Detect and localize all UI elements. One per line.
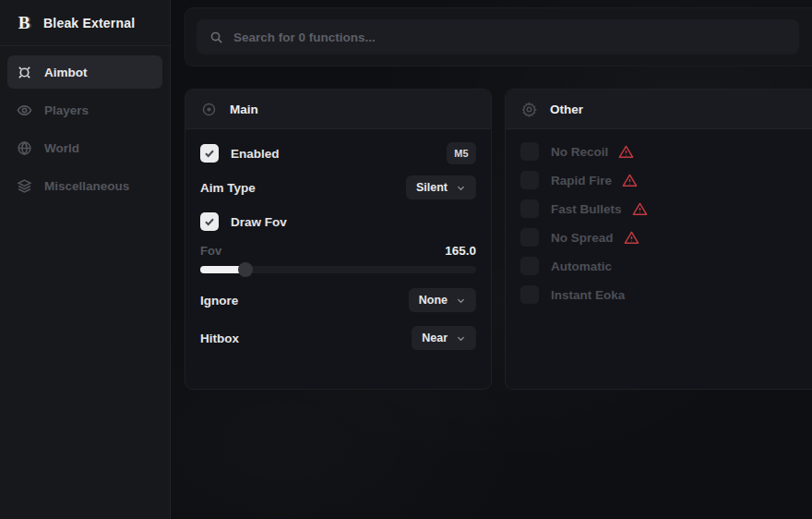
chevron-down-icon [456, 296, 466, 306]
panels-row: Main Enabled M5 Aim Type Silent [185, 89, 812, 390]
aim-type-dropdown[interactable]: Silent [406, 175, 476, 199]
gear-icon [521, 102, 537, 117]
search-container [185, 7, 812, 66]
warning-icon [618, 144, 634, 160]
no-recoil-checkbox[interactable] [520, 142, 539, 161]
sidebar-nav: Aimbot Players World Miscellaneous [0, 46, 170, 211]
globe-icon [17, 140, 32, 156]
rapid-fire-label: Rapid Fire [551, 174, 612, 187]
sidebar-item-label: World [44, 141, 79, 155]
chevron-down-icon [456, 183, 466, 193]
sidebar: B Bleak External Aimbot Players World M [0, 0, 171, 519]
sidebar-item-players[interactable]: Players [7, 93, 162, 127]
draw-fov-checkbox[interactable] [200, 212, 219, 231]
target-icon [201, 102, 217, 117]
fov-slider[interactable] [200, 266, 476, 273]
warning-icon [632, 201, 648, 217]
rapid-fire-row: Rapid Fire [520, 171, 797, 189]
ignore-row: Ignore None [200, 288, 476, 312]
sidebar-item-world[interactable]: World [7, 131, 162, 164]
warning-icon [624, 230, 639, 246]
enabled-row: Enabled M5 [200, 142, 476, 164]
draw-fov-label: Draw Fov [231, 215, 287, 229]
ignore-dropdown[interactable]: None [409, 288, 476, 312]
main-content: Main Enabled M5 Aim Type Silent [171, 0, 812, 519]
sidebar-header: B Bleak External [0, 0, 170, 46]
enabled-checkbox[interactable] [200, 144, 219, 163]
hitbox-row: Hitbox Near [200, 326, 476, 350]
layers-icon [17, 178, 32, 194]
fov-label: Fov [200, 244, 221, 258]
automatic-row: Automatic [520, 257, 797, 275]
other-panel-body: No Recoil Rapid Fire Fast Bullets [506, 129, 812, 327]
no-spread-checkbox[interactable] [520, 228, 539, 247]
instant-eoka-row: Instant Eoka [520, 285, 797, 304]
fast-bullets-checkbox[interactable] [520, 199, 539, 218]
fov-slider-thumb[interactable] [238, 262, 253, 277]
search-box[interactable] [197, 19, 799, 54]
instant-eoka-checkbox[interactable] [520, 285, 539, 304]
warning-icon [622, 173, 638, 188]
search-input[interactable] [233, 30, 786, 44]
sidebar-item-label: Miscellaneous [44, 179, 129, 193]
fast-bullets-label: Fast Bullets [551, 202, 622, 216]
panel-title: Main [230, 103, 258, 116]
eye-icon [17, 103, 32, 118]
automatic-checkbox[interactable] [520, 257, 539, 275]
draw-fov-row: Draw Fov [200, 212, 476, 231]
main-panel-header: Main [185, 90, 491, 129]
rapid-fire-checkbox[interactable] [520, 171, 539, 189]
chevron-down-icon [456, 333, 466, 344]
fov-value: 165.0 [445, 244, 476, 258]
no-spread-label: No Spread [551, 231, 614, 245]
no-recoil-row: No Recoil [520, 142, 797, 161]
sidebar-item-label: Players [44, 103, 89, 117]
instant-eoka-label: Instant Eoka [551, 288, 625, 302]
aim-type-value: Silent [416, 181, 448, 194]
enabled-keybind-badge[interactable]: M5 [447, 142, 476, 164]
hitbox-value: Near [422, 332, 448, 344]
sidebar-item-miscellaneous[interactable]: Miscellaneous [7, 169, 162, 202]
ignore-label: Ignore [200, 294, 238, 308]
hitbox-dropdown[interactable]: Near [412, 326, 476, 350]
other-panel: Other No Recoil Rapid Fire [505, 89, 812, 390]
hitbox-label: Hitbox [200, 332, 239, 345]
sidebar-item-label: Aimbot [44, 66, 88, 79]
aim-type-row: Aim Type Silent [200, 175, 476, 199]
crosshair-icon [17, 65, 32, 80]
fov-row: Fov 165.0 [200, 244, 476, 258]
app-title: Bleak External [43, 16, 135, 30]
other-panel-header: Other [506, 90, 812, 129]
automatic-label: Automatic [551, 260, 612, 273]
search-icon [209, 30, 223, 44]
panel-title: Other [550, 103, 583, 116]
fast-bullets-row: Fast Bullets [520, 199, 797, 218]
aim-type-label: Aim Type [200, 181, 256, 195]
main-panel: Main Enabled M5 Aim Type Silent [185, 89, 492, 390]
main-panel-body: Enabled M5 Aim Type Silent [185, 129, 491, 363]
no-recoil-label: No Recoil [551, 145, 608, 159]
bleak-logo-icon: B [15, 13, 33, 33]
ignore-value: None [419, 294, 448, 307]
no-spread-row: No Spread [520, 228, 797, 247]
enabled-label: Enabled [231, 147, 280, 161]
sidebar-item-aimbot[interactable]: Aimbot [7, 55, 162, 89]
